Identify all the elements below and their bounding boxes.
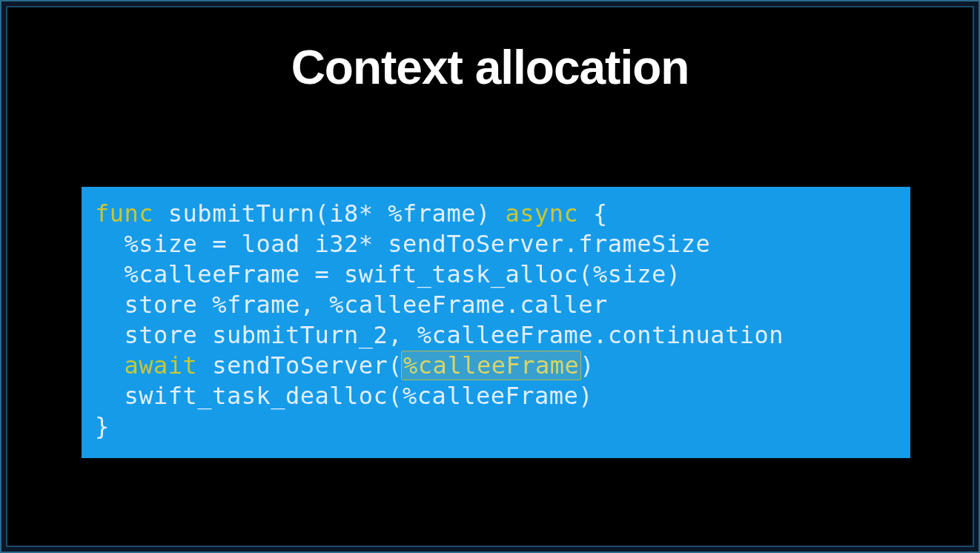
code-line-1: func submitTurn(i8* %frame) async {: [95, 199, 897, 229]
keyword-await: await: [125, 351, 198, 380]
code-line-8: }: [95, 411, 897, 442]
code-line-7: swift_task_dealloc(%calleeFrame): [95, 381, 897, 411]
keyword-async: async: [505, 199, 578, 228]
code-text: {: [593, 199, 608, 228]
code-line-6: await sendToServer(%calleeFrame): [95, 351, 897, 381]
code-line-3: %calleeFrame = swift_task_alloc(%size): [95, 259, 897, 290]
code-line-4: store %frame, %calleeFrame.caller: [95, 290, 897, 320]
code-text: ): [580, 351, 595, 380]
highlighted-argument: %calleeFrame: [401, 351, 581, 380]
slide-outer-frame: Context allocation func submitTurn(i8* %…: [0, 0, 980, 553]
slide-title: Context allocation: [7, 40, 973, 95]
code-line-2: %size = load i32* sendToServer.frameSize: [95, 229, 897, 259]
keyword-func: func: [95, 199, 153, 228]
code-text: sendToServer(: [212, 351, 403, 380]
code-line-5: store submitTurn_2, %calleeFrame.continu…: [95, 320, 897, 351]
code-block: func submitTurn(i8* %frame) async { %siz…: [82, 187, 910, 458]
code-text: submitTurn(i8* %frame): [168, 199, 506, 228]
slide-inner-frame: Context allocation func submitTurn(i8* %…: [6, 6, 974, 547]
